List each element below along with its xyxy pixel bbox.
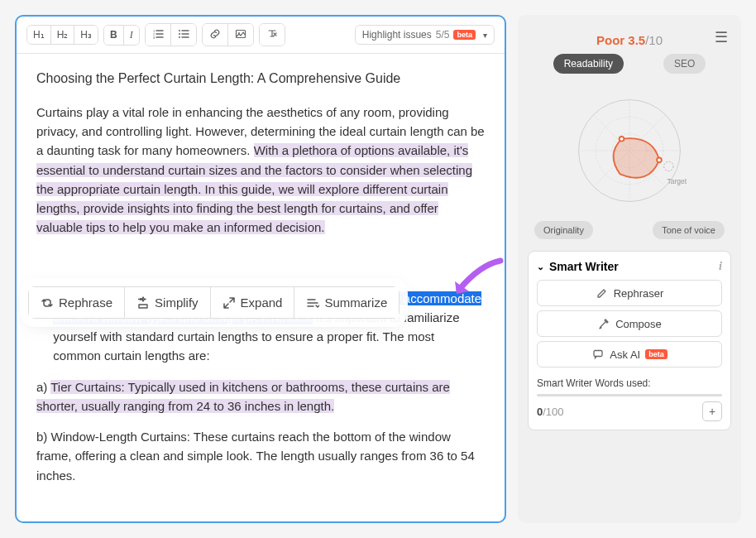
chat-icon <box>591 348 605 361</box>
chevron-down-icon: ⌄ <box>537 262 544 272</box>
rephraser-button[interactable]: Rephraser <box>537 280 722 306</box>
usage-section: Smart Writer Words used: 0/100 + <box>537 377 722 421</box>
score-value: 3.5 <box>628 33 645 47</box>
metric-tabs: Readability SEO <box>528 54 731 74</box>
hamburger-icon: ☰ <box>715 29 728 46</box>
link-button[interactable] <box>203 24 227 46</box>
svg-point-16 <box>620 137 624 142</box>
italic-button[interactable]: I <box>123 26 139 45</box>
svg-text:3: 3 <box>153 36 156 40</box>
edit-icon <box>596 286 609 300</box>
unordered-list-button[interactable] <box>170 24 196 46</box>
smart-writer-panel: ⌄ Smart Writer i Rephraser Compose Ask A… <box>528 251 731 430</box>
rephrase-icon <box>41 296 54 310</box>
editor-toolbar: H₁ H₂ H₃ B I 123 Highlight issues 5/5 <box>17 17 505 54</box>
svg-point-3 <box>179 30 180 31</box>
svg-point-4 <box>179 33 180 35</box>
unordered-list-icon <box>177 27 190 41</box>
chevron-down-icon: ▾ <box>483 31 487 40</box>
simplify-button[interactable]: Simplify <box>124 287 210 318</box>
beta-badge: beta <box>453 30 476 40</box>
editor-panel: H₁ H₂ H₃ B I 123 Highlight issues 5/5 <box>15 15 506 523</box>
info-icon[interactable]: i <box>719 260 722 273</box>
svg-point-5 <box>179 36 180 38</box>
heading-3-button[interactable]: H₃ <box>74 26 98 44</box>
score-label: Poor <box>596 33 624 47</box>
metric-badges: Originality Tone of voice <box>528 221 731 239</box>
beta-badge: beta <box>645 349 667 359</box>
paragraph-window-length: b) Window-Length Curtains: These curtain… <box>36 427 485 485</box>
ordered-list-icon: 123 <box>151 27 165 41</box>
document-title: Choosing the Perfect Curtain Length: A C… <box>36 69 485 89</box>
callout-arrow <box>447 257 505 302</box>
panel-title: Smart Writer <box>549 260 619 273</box>
clear-format-icon <box>266 27 279 41</box>
highlight-label: Highlight issues <box>362 29 432 41</box>
usage-bar <box>537 394 722 396</box>
svg-point-17 <box>657 158 662 163</box>
highlight-issues-dropdown[interactable]: Highlight issues 5/5 beta ▾ <box>355 25 495 45</box>
simplify-icon <box>136 296 150 310</box>
radar-chart: Target <box>528 80 731 221</box>
svg-point-15 <box>664 161 673 171</box>
badge-originality[interactable]: Originality <box>534 221 593 239</box>
link-icon <box>208 27 222 41</box>
compose-icon <box>597 317 610 330</box>
highlight-count: 5/5 <box>436 29 450 41</box>
summarize-icon <box>306 296 319 310</box>
expand-button[interactable]: Expand <box>210 287 294 318</box>
usage-count: 0/100 <box>537 406 564 418</box>
compose-button[interactable]: Compose <box>537 310 722 337</box>
image-icon <box>234 27 247 41</box>
target-label: Target <box>667 177 687 185</box>
ordered-list-button[interactable]: 123 <box>146 24 170 46</box>
ask-ai-button[interactable]: Ask AI beta <box>537 341 722 367</box>
expand-icon <box>222 296 236 310</box>
add-words-button[interactable]: + <box>702 401 722 421</box>
selection-toolbar: Rephrase Simplify Expand Summarize <box>28 286 400 319</box>
paragraph-intro: Curtains play a vital role in enhancing … <box>36 103 485 238</box>
sidebar-panel: ☰ Poor 3.5/10 Readability SEO <box>518 15 741 523</box>
bold-button[interactable]: B <box>104 26 123 44</box>
tab-seo[interactable]: SEO <box>663 54 706 74</box>
highlighted-text: Tier Curtains: Typically used in kitchen… <box>36 380 450 413</box>
tab-readability[interactable]: Readability <box>553 54 624 74</box>
svg-rect-18 <box>594 351 602 357</box>
paragraph-tier: a) Tier Curtains: Typically used in kitc… <box>36 377 485 416</box>
image-button[interactable] <box>227 24 253 46</box>
score-display: Poor 3.5/10 <box>528 33 731 47</box>
heading-1-button[interactable]: H₁ <box>27 26 50 44</box>
score-max: /10 <box>645 33 663 47</box>
badge-tone[interactable]: Tone of voice <box>653 221 725 239</box>
clear-format-button[interactable] <box>260 24 285 46</box>
menu-button[interactable]: ☰ <box>715 28 728 46</box>
summarize-button[interactable]: Summarize <box>294 287 399 318</box>
panel-header[interactable]: ⌄ Smart Writer i <box>537 260 722 273</box>
usage-label: Smart Writer Words used: <box>537 377 722 389</box>
heading-2-button[interactable]: H₂ <box>50 26 74 44</box>
rephrase-button[interactable]: Rephrase <box>29 287 124 318</box>
